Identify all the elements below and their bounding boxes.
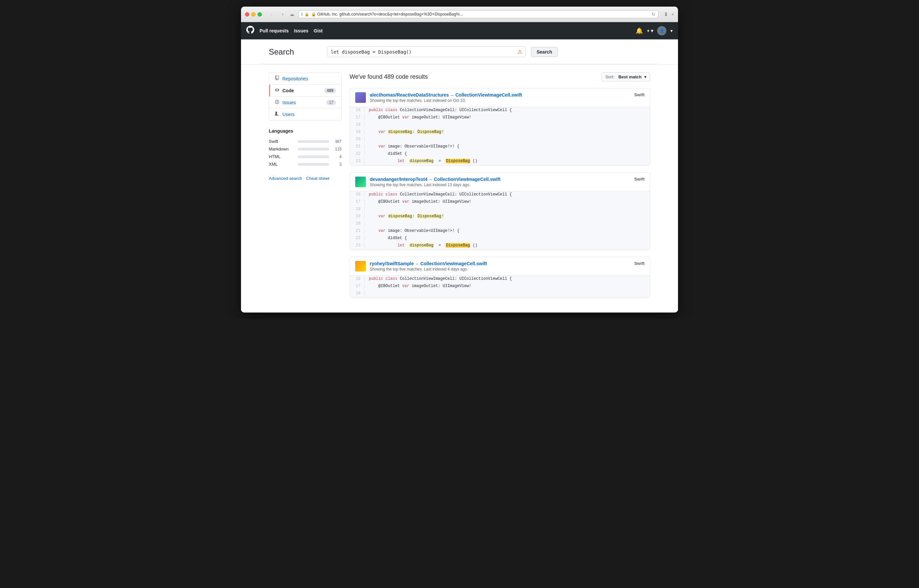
result-meta-3: ryohey/SwiftSample – CollectionViewImage… <box>370 261 630 271</box>
line-number: 16 <box>350 276 365 282</box>
code-block-3: 16 public class CollectionViewImageCell:… <box>350 275 650 298</box>
lang-item-xml[interactable]: XML 3 <box>269 160 342 168</box>
line-number: 16 <box>350 191 365 197</box>
lang-item-html[interactable]: HTML 4 <box>269 153 342 160</box>
create-button[interactable]: + ▾ <box>647 28 653 33</box>
sidebar-item-repositories[interactable]: Repositories <box>269 73 341 85</box>
languages-list: Swift 367 Markdown 115 <box>269 137 342 168</box>
result-repo-link-2[interactable]: devandanger/InteropTest4 <box>370 177 427 182</box>
line-content <box>369 122 650 128</box>
line-number: 23 <box>350 158 365 164</box>
result-separator-3: – <box>416 261 420 266</box>
results-area: We've found 489 code results Sort: Best … <box>350 73 650 305</box>
window-controls <box>245 12 262 16</box>
lang-name-markdown: Markdown <box>269 147 295 152</box>
lang-count-markdown: 115 <box>332 147 342 152</box>
avatar-dropdown-arrow[interactable]: ▾ <box>670 28 673 33</box>
line-content: var image: Observable<UIImage!>! { <box>369 228 650 234</box>
code-line: 20 <box>350 221 650 228</box>
header-right: 🔔 + ▾ 👤 ▾ <box>635 26 673 36</box>
result-header-2: devandanger/InteropTest4 – CollectionVie… <box>350 173 650 191</box>
forward-button[interactable]: › <box>279 10 287 19</box>
results-count: We've found 489 code results <box>350 73 428 80</box>
sidebar-item-issues[interactable]: Issues 17 <box>269 97 341 108</box>
line-number: 21 <box>350 228 365 234</box>
line-number: 22 <box>350 151 365 157</box>
minimize-window-button[interactable] <box>251 12 256 16</box>
line-number: 17 <box>350 199 365 205</box>
issues-link[interactable]: Issues <box>294 28 308 33</box>
avatar-icon: 👤 <box>660 28 665 33</box>
notifications-button[interactable]: 🔔 <box>635 27 643 34</box>
cheat-sheet-link[interactable]: Cheat sheet <box>306 176 329 181</box>
lang-bar-wrapper-markdown <box>298 148 329 150</box>
search-button[interactable]: Search <box>531 47 558 57</box>
result-lang-2: Swift <box>634 177 645 182</box>
cloud-button[interactable]: ☁ <box>290 11 294 17</box>
line-number: 22 <box>350 235 365 241</box>
avatar[interactable]: 👤 <box>657 26 666 36</box>
result-avatar-2 <box>355 177 366 187</box>
lang-bar-markdown <box>298 148 309 150</box>
lock-icon: ℹ <box>301 12 303 16</box>
sort-dropdown[interactable]: Sort: Best match ▾ <box>601 73 650 81</box>
line-number: 18 <box>350 290 365 296</box>
line-number: 23 <box>350 242 365 248</box>
lang-item-markdown[interactable]: Markdown 115 <box>269 145 342 153</box>
code-line: 22 didSet { <box>350 235 650 242</box>
search-input[interactable] <box>331 49 515 55</box>
code-line: 23 let disposeBag = DisposeBag () <box>350 242 650 250</box>
line-content: var disposeBag: DisposeBag! <box>369 129 650 135</box>
lang-count-html: 4 <box>332 154 342 159</box>
new-tab-button[interactable]: + <box>671 11 674 18</box>
avatar-img-3 <box>355 261 366 271</box>
address-bar[interactable]: ℹ 🔒 🔒 GitHub, Inc. github.com/search?o=d… <box>298 10 658 18</box>
sort-value: Best match <box>618 74 642 79</box>
result-repo-link-1[interactable]: alecthomas/ReactiveDataStructures <box>370 92 449 98</box>
issues-icon <box>274 100 280 105</box>
back-button[interactable]: ‹ <box>267 10 276 19</box>
result-file-link-2[interactable]: CollectionViewImageCell.swift <box>434 177 501 182</box>
lang-name-xml: XML <box>269 162 295 167</box>
result-header-1: alecthomas/ReactiveDataStructures – Coll… <box>350 88 650 107</box>
line-content: let disposeBag = DisposeBag () <box>369 158 650 164</box>
line-content: @IBOutlet var imageOutlet: UIImageView! <box>369 115 650 120</box>
close-window-button[interactable] <box>245 12 249 16</box>
advanced-search-link[interactable]: Advanced search <box>269 176 302 181</box>
code-line: 18 <box>350 206 650 213</box>
code-line: 21 var image: Observable<UIImage!>! { <box>350 228 650 235</box>
line-content: didSet { <box>369 235 650 241</box>
result-file-link-1[interactable]: CollectionViewImageCell.swift <box>455 92 522 98</box>
gist-link[interactable]: Gist <box>314 28 323 33</box>
main-content: Repositories Code 489 <box>261 65 658 313</box>
pull-requests-link[interactable]: Pull requests <box>259 28 289 33</box>
warning-icon: ⚠ <box>517 48 522 55</box>
code-line: 18 <box>350 290 650 298</box>
lang-item-swift[interactable]: Swift 367 <box>269 137 342 145</box>
secure-icon: 🔒 <box>305 12 309 16</box>
line-number: 17 <box>350 115 365 120</box>
page-title: Search <box>269 47 322 57</box>
result-separator-1: – <box>451 92 455 98</box>
result-meta-1: alecthomas/ReactiveDataStructures – Coll… <box>370 92 630 103</box>
github-logo[interactable] <box>246 26 254 36</box>
result-repo-link-3[interactable]: ryohey/SwiftSample <box>370 261 414 266</box>
lang-count-xml: 3 <box>332 162 342 167</box>
result-file-link-3[interactable]: CollectionViewImageCell.swift <box>420 261 487 266</box>
avatar-img-2 <box>355 177 366 187</box>
line-content <box>369 206 650 212</box>
repositories-icon <box>274 76 280 81</box>
line-content: @IBOutlet var imageOutlet: UIImageView! <box>369 283 650 289</box>
search-header-area: Search ⚠ Search <box>261 40 658 64</box>
reload-button[interactable]: ↻ <box>652 11 655 17</box>
sidebar-item-code[interactable]: Code 489 <box>269 85 341 97</box>
result-meta-2: devandanger/InteropTest4 – CollectionVie… <box>370 177 630 187</box>
line-content: var image: Observable<UIImage!>! { <box>369 144 650 149</box>
result-separator-2: – <box>430 177 433 182</box>
github-header: Pull requests Issues Gist 🔔 + ▾ 👤 ▾ <box>241 22 678 39</box>
fullscreen-window-button[interactable] <box>258 12 262 16</box>
languages-title: Languages <box>269 128 342 134</box>
sidebar-item-users[interactable]: Users <box>269 108 341 120</box>
download-button[interactable]: ⬇ <box>664 11 668 18</box>
lang-bar-wrapper-html <box>298 155 329 158</box>
